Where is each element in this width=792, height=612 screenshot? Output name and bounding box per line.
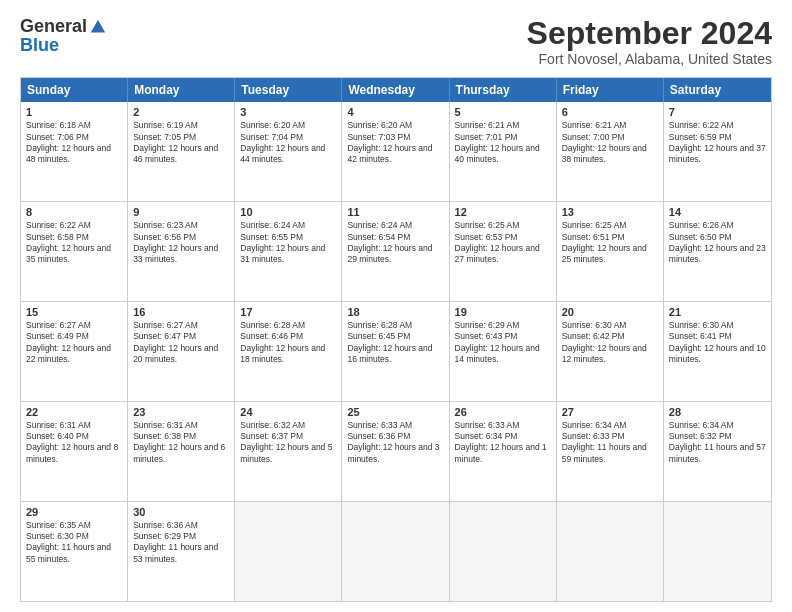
calendar-cell-3-6: 20Sunrise: 6:30 AMSunset: 6:42 PMDayligh…: [557, 302, 664, 401]
sunrise-text: Sunrise: 6:24 AM: [347, 220, 412, 230]
header-friday: Friday: [557, 78, 664, 102]
day-number: 8: [26, 205, 122, 219]
calendar-cell-2-6: 13Sunrise: 6:25 AMSunset: 6:51 PMDayligh…: [557, 202, 664, 301]
day-number: 20: [562, 305, 658, 319]
daylight-text: Daylight: 12 hours and 42 minutes.: [347, 143, 432, 164]
calendar-cell-4-1: 22Sunrise: 6:31 AMSunset: 6:40 PMDayligh…: [21, 402, 128, 501]
sunrise-text: Sunrise: 6:33 AM: [347, 420, 412, 430]
day-number: 10: [240, 205, 336, 219]
day-number: 27: [562, 405, 658, 419]
calendar-cell-1-7: 7Sunrise: 6:22 AMSunset: 6:59 PMDaylight…: [664, 102, 771, 201]
sunset-text: Sunset: 6:41 PM: [669, 331, 732, 341]
logo: General Blue: [20, 16, 107, 56]
day-number: 3: [240, 105, 336, 119]
location-title: Fort Novosel, Alabama, United States: [527, 51, 772, 67]
daylight-text: Daylight: 12 hours and 38 minutes.: [562, 143, 647, 164]
sunset-text: Sunset: 6:58 PM: [26, 232, 89, 242]
calendar-cell-1-1: 1Sunrise: 6:18 AMSunset: 7:06 PMDaylight…: [21, 102, 128, 201]
day-number: 21: [669, 305, 766, 319]
daylight-text: Daylight: 12 hours and 8 minutes.: [26, 442, 118, 463]
day-number: 17: [240, 305, 336, 319]
sunset-text: Sunset: 7:05 PM: [133, 132, 196, 142]
calendar-cell-4-5: 26Sunrise: 6:33 AMSunset: 6:34 PMDayligh…: [450, 402, 557, 501]
sunrise-text: Sunrise: 6:30 AM: [562, 320, 627, 330]
daylight-text: Daylight: 11 hours and 59 minutes.: [562, 442, 647, 463]
month-title: September 2024: [527, 16, 772, 51]
daylight-text: Daylight: 12 hours and 40 minutes.: [455, 143, 540, 164]
day-number: 4: [347, 105, 443, 119]
daylight-text: Daylight: 12 hours and 1 minute.: [455, 442, 547, 463]
sunset-text: Sunset: 6:33 PM: [562, 431, 625, 441]
sunset-text: Sunset: 6:30 PM: [26, 531, 89, 541]
calendar-row-3: 15Sunrise: 6:27 AMSunset: 6:49 PMDayligh…: [21, 302, 771, 402]
calendar-cell-5-6: [557, 502, 664, 601]
calendar-row-5: 29Sunrise: 6:35 AMSunset: 6:30 PMDayligh…: [21, 502, 771, 601]
calendar: Sunday Monday Tuesday Wednesday Thursday…: [20, 77, 772, 602]
sunset-text: Sunset: 7:00 PM: [562, 132, 625, 142]
day-number: 14: [669, 205, 766, 219]
svg-marker-0: [91, 19, 105, 32]
day-number: 29: [26, 505, 122, 519]
sunset-text: Sunset: 6:54 PM: [347, 232, 410, 242]
daylight-text: Daylight: 11 hours and 57 minutes.: [669, 442, 766, 463]
day-number: 11: [347, 205, 443, 219]
calendar-cell-3-3: 17Sunrise: 6:28 AMSunset: 6:46 PMDayligh…: [235, 302, 342, 401]
day-number: 13: [562, 205, 658, 219]
sunrise-text: Sunrise: 6:32 AM: [240, 420, 305, 430]
sunset-text: Sunset: 6:49 PM: [26, 331, 89, 341]
sunrise-text: Sunrise: 6:27 AM: [26, 320, 91, 330]
header-thursday: Thursday: [450, 78, 557, 102]
calendar-cell-5-4: [342, 502, 449, 601]
daylight-text: Daylight: 12 hours and 22 minutes.: [26, 343, 111, 364]
logo-blue-text: Blue: [20, 35, 59, 55]
sunrise-text: Sunrise: 6:30 AM: [669, 320, 734, 330]
day-number: 1: [26, 105, 122, 119]
header-tuesday: Tuesday: [235, 78, 342, 102]
day-number: 2: [133, 105, 229, 119]
daylight-text: Daylight: 12 hours and 25 minutes.: [562, 243, 647, 264]
calendar-cell-3-4: 18Sunrise: 6:28 AMSunset: 6:45 PMDayligh…: [342, 302, 449, 401]
sunset-text: Sunset: 6:47 PM: [133, 331, 196, 341]
day-number: 7: [669, 105, 766, 119]
logo-general-text: General: [20, 16, 87, 37]
daylight-text: Daylight: 12 hours and 29 minutes.: [347, 243, 432, 264]
day-number: 30: [133, 505, 229, 519]
sunrise-text: Sunrise: 6:20 AM: [347, 120, 412, 130]
calendar-row-2: 8Sunrise: 6:22 AMSunset: 6:58 PMDaylight…: [21, 202, 771, 302]
sunset-text: Sunset: 6:45 PM: [347, 331, 410, 341]
sunrise-text: Sunrise: 6:29 AM: [455, 320, 520, 330]
calendar-cell-1-2: 2Sunrise: 6:19 AMSunset: 7:05 PMDaylight…: [128, 102, 235, 201]
sunrise-text: Sunrise: 6:24 AM: [240, 220, 305, 230]
sunset-text: Sunset: 6:43 PM: [455, 331, 518, 341]
day-number: 24: [240, 405, 336, 419]
daylight-text: Daylight: 12 hours and 37 minutes.: [669, 143, 766, 164]
daylight-text: Daylight: 12 hours and 20 minutes.: [133, 343, 218, 364]
sunrise-text: Sunrise: 6:25 AM: [562, 220, 627, 230]
sunrise-text: Sunrise: 6:27 AM: [133, 320, 198, 330]
daylight-text: Daylight: 12 hours and 35 minutes.: [26, 243, 111, 264]
daylight-text: Daylight: 12 hours and 18 minutes.: [240, 343, 325, 364]
sunrise-text: Sunrise: 6:23 AM: [133, 220, 198, 230]
day-number: 9: [133, 205, 229, 219]
calendar-cell-5-5: [450, 502, 557, 601]
sunrise-text: Sunrise: 6:22 AM: [26, 220, 91, 230]
sunset-text: Sunset: 6:55 PM: [240, 232, 303, 242]
sunset-text: Sunset: 7:06 PM: [26, 132, 89, 142]
daylight-text: Daylight: 12 hours and 23 minutes.: [669, 243, 766, 264]
logo-icon: [89, 18, 107, 36]
calendar-cell-2-1: 8Sunrise: 6:22 AMSunset: 6:58 PMDaylight…: [21, 202, 128, 301]
daylight-text: Daylight: 12 hours and 12 minutes.: [562, 343, 647, 364]
calendar-cell-2-7: 14Sunrise: 6:26 AMSunset: 6:50 PMDayligh…: [664, 202, 771, 301]
sunset-text: Sunset: 6:50 PM: [669, 232, 732, 242]
calendar-cell-4-2: 23Sunrise: 6:31 AMSunset: 6:38 PMDayligh…: [128, 402, 235, 501]
calendar-cell-4-7: 28Sunrise: 6:34 AMSunset: 6:32 PMDayligh…: [664, 402, 771, 501]
calendar-cell-2-4: 11Sunrise: 6:24 AMSunset: 6:54 PMDayligh…: [342, 202, 449, 301]
sunrise-text: Sunrise: 6:26 AM: [669, 220, 734, 230]
daylight-text: Daylight: 12 hours and 16 minutes.: [347, 343, 432, 364]
sunrise-text: Sunrise: 6:34 AM: [669, 420, 734, 430]
daylight-text: Daylight: 12 hours and 6 minutes.: [133, 442, 225, 463]
calendar-cell-3-7: 21Sunrise: 6:30 AMSunset: 6:41 PMDayligh…: [664, 302, 771, 401]
daylight-text: Daylight: 12 hours and 31 minutes.: [240, 243, 325, 264]
sunrise-text: Sunrise: 6:36 AM: [133, 520, 198, 530]
sunrise-text: Sunrise: 6:31 AM: [26, 420, 91, 430]
